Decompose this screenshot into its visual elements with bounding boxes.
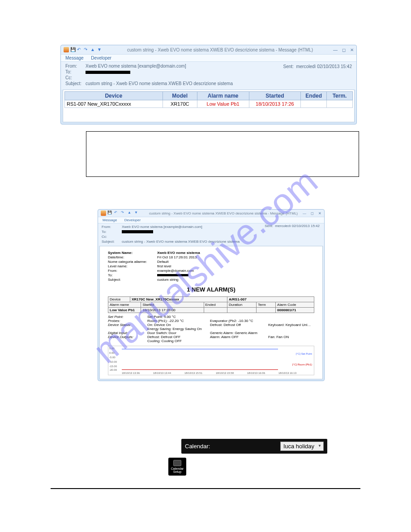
ssubj-label: Subject:: [108, 278, 157, 282]
redo-icon[interactable]: ↷: [84, 47, 89, 52]
xtick: 18/10/13 15:58: [216, 372, 234, 374]
tab-developer[interactable]: Developer: [91, 56, 111, 60]
tab-message[interactable]: Message: [65, 56, 84, 60]
undo-icon[interactable]: ↶: [114, 210, 120, 216]
devstatus-value2: Defrost: Defrost Off: [210, 323, 268, 331]
redo-icon[interactable]: ↷: [121, 210, 126, 216]
sfrom-label: From:: [108, 269, 157, 273]
undo-icon[interactable]: ↶: [77, 47, 82, 52]
ssubj-value: custom string: [157, 278, 179, 282]
duration-value: [227, 308, 257, 313]
devstatus-value1b: Energy Saving: Energy Saving On: [147, 327, 201, 331]
setpoint-value: Set Point: 5.00 °C: [147, 315, 210, 319]
subject-value: custom string - Xweb EVO nome sistema XW…: [86, 81, 352, 86]
alarmname-header: Alarm name: [108, 302, 141, 308]
subject-label: Subject:: [65, 81, 86, 86]
minimize-icon[interactable]: —: [333, 47, 338, 52]
save-icon[interactable]: 💾: [70, 47, 76, 52]
th-device: Device: [65, 92, 163, 100]
message-body: Device Model Alarm name Started Ended Te…: [63, 90, 355, 122]
cell-model: XR170C: [163, 100, 197, 108]
xtick: 18/10/13 16:06: [247, 372, 265, 374]
tab-message[interactable]: Message: [103, 218, 117, 222]
email-window-2: 💾 ↶ ↷ ▲ ▼ custom string - Xweb EVO nome …: [98, 209, 325, 381]
calendar-dropdown[interactable]: luca holiday: [280, 442, 324, 451]
to-label: To:: [102, 230, 122, 234]
to-label: To:: [65, 69, 86, 74]
xtick: 18/10/13 13:44: [153, 372, 171, 374]
devoutput-value1b: Cooling: Cooling OFF: [147, 339, 182, 343]
window-title: custom string - Xweb EVO nome sistema XW…: [144, 211, 303, 215]
code-header: Alarm Code: [276, 302, 314, 308]
maximize-icon[interactable]: ◻: [342, 47, 346, 52]
chart: 5.00 0.00 -5.00 -10.00 -15.00 -20.00 [°C…: [108, 346, 314, 375]
code-value: 0000001i71: [276, 308, 314, 313]
sfrom-value: example@domain.com: [157, 269, 194, 273]
diginput-value: Door Switch: Door: [147, 331, 210, 335]
redacted-recipient: [122, 230, 153, 233]
sto-label: To:: [108, 273, 157, 277]
series-setpoint: [122, 349, 278, 349]
minimize-icon[interactable]: —: [303, 211, 306, 215]
ytick: 0.00: [109, 352, 115, 354]
th-model: Model: [163, 92, 197, 100]
alarm-heading: 1 NEW ALARM(S): [108, 286, 314, 293]
devstatus-label: Device Status:: [108, 323, 147, 331]
subject-value: custom string - Xweb EVO nome sistema XW…: [122, 240, 321, 244]
cc-label: Cc:: [102, 235, 122, 239]
probes-value: Room (Pb1): -22.20 °C: [147, 319, 210, 323]
close-icon[interactable]: ✕: [350, 47, 354, 52]
legend-setpoint: [°C] Set Point: [296, 352, 312, 355]
sysname-value: Xweb EVO nome sistema: [157, 251, 200, 255]
devoutput-value: Defrost: Defrost OFF: [147, 335, 180, 339]
subject-label: Subject:: [102, 240, 122, 244]
calendar-setup-button[interactable]: Calendar Setup: [168, 458, 186, 476]
down-icon[interactable]: ▼: [134, 210, 140, 216]
kv-block: Set Point:Set Point: 5.00 °C Probes:Room…: [108, 315, 314, 343]
alarm-table: Device Model Alarm name Started Ended Te…: [64, 91, 353, 108]
email-window-1: 💾 ↶ ↷ ▲ ▼ custom string - Xweb EVO nome …: [60, 45, 357, 124]
term-header: Term: [256, 302, 275, 308]
from-label: From:: [65, 64, 86, 69]
note-box: [86, 131, 359, 177]
th-alarm: Alarm name: [197, 92, 249, 100]
ytick: -20.00: [109, 369, 117, 371]
from-label: From:: [102, 225, 122, 229]
ribbon-tabs: Message Developer: [61, 54, 356, 62]
message-body: System Name:Xweb EVO nome sistema Date/t…: [99, 246, 323, 379]
cell-ended: [301, 100, 327, 108]
system-info: System Name:Xweb EVO nome sistema Date/t…: [108, 251, 314, 282]
ytick: -5.00: [109, 356, 116, 359]
datetime-label: Date/time:: [108, 255, 157, 259]
diginput-value2: Generic Alarm: Generic Alarm: [210, 331, 268, 335]
calendar-icon-label: Calendar Setup: [168, 467, 186, 473]
alarm-detail-table: Device XR170C New_XR170Cxxxxx A/RS1-007 …: [108, 296, 314, 313]
calendar-label: Calendar:: [185, 443, 210, 450]
diginput-label: Digital Input:: [108, 331, 147, 335]
tab-developer[interactable]: Developer: [124, 218, 141, 222]
page-divider: [51, 488, 360, 489]
window-title: custom string - Xweb EVO nome sistema XW…: [107, 47, 333, 52]
level-label: Level name:: [108, 264, 157, 268]
close-icon[interactable]: ✕: [318, 211, 321, 215]
ribbon-tabs: Message Developer: [98, 217, 324, 223]
maximize-icon[interactable]: ◻: [311, 211, 314, 215]
sysname-label: System Name:: [108, 251, 157, 255]
up-icon[interactable]: ▲: [128, 210, 133, 216]
message-headers: Sent: mercoledì 02/10/2013 15:42 From:Xw…: [61, 62, 356, 90]
cell-term: [327, 100, 353, 108]
devoutput-value3: Fan: Fan ON: [268, 335, 289, 343]
redacted-recipient: [157, 274, 188, 276]
save-icon[interactable]: 💾: [107, 210, 113, 216]
redacted-recipient: [86, 71, 130, 74]
probes-label: Probes:: [108, 319, 147, 323]
down-icon[interactable]: ▼: [97, 47, 103, 52]
cc-label: Cc:: [65, 75, 86, 80]
quick-access-toolbar: 💾 ↶ ↷ ▲ ▼: [101, 210, 140, 216]
term-value: [256, 308, 275, 313]
xtick: 18/10/13 13:36: [122, 372, 140, 374]
up-icon[interactable]: ▲: [90, 47, 96, 52]
app-icon: [101, 210, 106, 216]
th-term: Term.: [327, 92, 353, 100]
device-label: Device: [108, 297, 130, 302]
